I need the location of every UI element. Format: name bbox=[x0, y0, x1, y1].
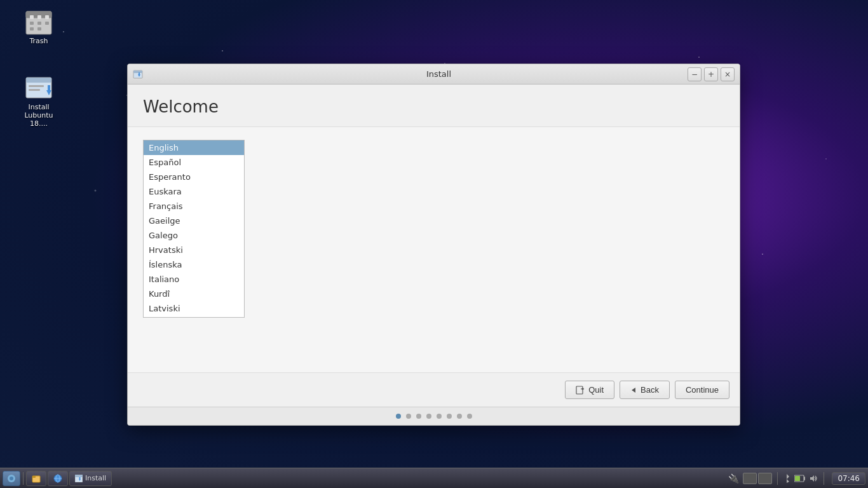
taskbar-clock[interactable]: 07:46 bbox=[832, 472, 865, 485]
taskbar-sep-3 bbox=[824, 472, 824, 485]
svg-rect-36 bbox=[804, 477, 805, 480]
progress-dot-4 bbox=[437, 414, 442, 419]
trash-icon[interactable]: Trash bbox=[13, 4, 64, 48]
svg-marker-23 bbox=[632, 388, 635, 393]
language-item-francais[interactable]: Français bbox=[144, 199, 244, 214]
progress-dot-0 bbox=[396, 414, 401, 419]
svg-rect-5 bbox=[30, 22, 34, 25]
volume-icon[interactable] bbox=[810, 474, 818, 483]
dialog-header: Welcome bbox=[128, 85, 740, 127]
svg-rect-20 bbox=[576, 386, 583, 394]
taskbar-browser[interactable] bbox=[48, 471, 68, 486]
language-item-galego[interactable]: Galego bbox=[144, 228, 244, 243]
svg-rect-37 bbox=[795, 476, 800, 481]
minimize-button[interactable]: − bbox=[688, 67, 702, 81]
svg-rect-27 bbox=[32, 476, 36, 478]
progress-dot-3 bbox=[426, 414, 431, 419]
progress-dot-1 bbox=[406, 414, 411, 419]
progress-dot-2 bbox=[416, 414, 421, 419]
titlebar-buttons: − + × bbox=[688, 67, 735, 81]
taskbar-install-label: Install bbox=[85, 474, 106, 482]
trash-label: Trash bbox=[29, 37, 48, 45]
svg-rect-17 bbox=[133, 71, 142, 73]
close-button[interactable]: × bbox=[721, 67, 735, 81]
back-button[interactable]: Back bbox=[620, 381, 670, 399]
quit-icon bbox=[576, 386, 585, 395]
svg-rect-19 bbox=[139, 72, 140, 75]
svg-rect-11 bbox=[26, 78, 51, 83]
svg-point-25 bbox=[10, 477, 13, 480]
taskbar-menu-button[interactable] bbox=[3, 471, 20, 486]
language-list[interactable]: EnglishEspañolEsperantoEuskaraFrançaisGa… bbox=[143, 140, 245, 318]
svg-rect-34 bbox=[79, 477, 81, 479]
taskbar-install-window[interactable]: Install bbox=[69, 471, 112, 486]
dialog-title: Install bbox=[143, 69, 735, 79]
language-item-english[interactable]: English bbox=[144, 140, 244, 155]
language-item-islenska[interactable]: Íslenska bbox=[144, 257, 244, 272]
window-switcher-1[interactable] bbox=[743, 473, 757, 484]
svg-rect-32 bbox=[75, 475, 83, 477]
browser-icon bbox=[53, 474, 62, 483]
svg-rect-13 bbox=[29, 89, 40, 91]
install-lubuntu-svg bbox=[24, 72, 54, 103]
install-taskbar-icon bbox=[75, 475, 83, 482]
taskbar-left: Install bbox=[3, 471, 112, 486]
back-icon bbox=[630, 387, 637, 393]
taskbar-right: 🔌 07:46 bbox=[724, 471, 865, 486]
dialog-titlebar: Install − + × bbox=[128, 64, 740, 85]
dialog-content: EnglishEspañolEsperantoEuskaraFrançaisGa… bbox=[128, 127, 740, 372]
progress-dot-7 bbox=[467, 414, 472, 419]
window-switcher-2[interactable] bbox=[758, 473, 772, 484]
language-item-latviski[interactable]: Latviski bbox=[144, 301, 244, 316]
maximize-button[interactable]: + bbox=[704, 67, 718, 81]
quit-label: Quit bbox=[588, 385, 604, 395]
svg-rect-2 bbox=[30, 15, 34, 19]
svg-rect-7 bbox=[45, 22, 49, 25]
language-item-italiano[interactable]: Italiano bbox=[144, 272, 244, 287]
svg-rect-9 bbox=[37, 27, 41, 30]
svg-rect-12 bbox=[29, 85, 44, 87]
back-label: Back bbox=[641, 385, 659, 395]
continue-button[interactable]: Continue bbox=[675, 381, 729, 399]
language-item-kurdi[interactable]: Kurdî bbox=[144, 287, 244, 301]
svg-rect-15 bbox=[48, 85, 50, 90]
taskbar-sep-2 bbox=[777, 472, 778, 485]
dialog-buttons: Quit Back Continue bbox=[128, 372, 740, 407]
install-lubuntu-icon[interactable]: InstallLubuntu 18.... bbox=[13, 70, 64, 131]
taskbar-systray: 🔌 bbox=[724, 471, 829, 486]
language-item-hrvatski[interactable]: Hrvatski bbox=[144, 243, 244, 257]
welcome-title: Welcome bbox=[143, 97, 724, 116]
quit-button[interactable]: Quit bbox=[565, 381, 614, 399]
start-icon bbox=[6, 473, 17, 484]
window-switcher bbox=[743, 473, 772, 484]
trash-svg bbox=[24, 6, 54, 37]
install-lubuntu-label: InstallLubuntu 18.... bbox=[16, 103, 62, 128]
taskbar-separator-1 bbox=[23, 472, 24, 485]
taskbar-filemanager[interactable] bbox=[26, 471, 46, 486]
svg-rect-8 bbox=[30, 27, 34, 30]
taskbar: Install 🔌 bbox=[0, 468, 868, 488]
language-item-euskara[interactable]: Euskara bbox=[144, 184, 244, 199]
language-item-espanol[interactable]: Español bbox=[144, 155, 244, 170]
svg-marker-38 bbox=[810, 475, 814, 482]
language-item-esperanto[interactable]: Esperanto bbox=[144, 170, 244, 184]
install-dialog: Install − + × Welcome EnglishEspañolEspe… bbox=[127, 64, 740, 426]
bluetooth-icon[interactable] bbox=[783, 473, 790, 484]
network-icon[interactable]: 🔌 bbox=[728, 473, 739, 484]
svg-rect-4 bbox=[45, 15, 49, 19]
language-item-gaeilge[interactable]: Gaeilge bbox=[144, 214, 244, 228]
progress-dot-6 bbox=[457, 414, 462, 419]
dialog-footer bbox=[128, 407, 740, 425]
svg-rect-3 bbox=[37, 15, 41, 19]
progress-dot-5 bbox=[447, 414, 452, 419]
filemanager-icon bbox=[32, 474, 41, 483]
svg-rect-6 bbox=[37, 22, 41, 25]
battery-icon bbox=[794, 475, 806, 482]
dialog-title-icon bbox=[133, 69, 143, 79]
